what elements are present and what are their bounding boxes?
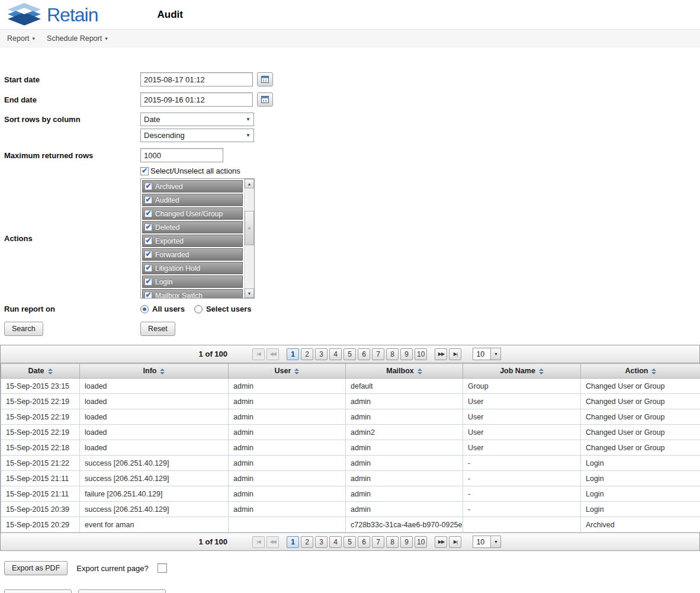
page-size-select[interactable]: 10 ▼ xyxy=(473,536,501,548)
cell-job-name: User xyxy=(463,440,581,456)
page-button-4[interactable]: 4 xyxy=(329,536,342,548)
fast-rewind-button[interactable]: ◀◀ xyxy=(266,348,279,360)
export-row: Export as PDF Export current page? xyxy=(4,561,700,575)
page-button-3[interactable]: 3 xyxy=(315,536,327,548)
cell-info: event for aman xyxy=(80,517,229,533)
cell-mailbox: c728b33c-31ca-4ae6-b970-0925e xyxy=(346,517,463,533)
select-all-actions-checkbox[interactable]: ✔ xyxy=(140,167,149,175)
page-button-1[interactable]: 1 xyxy=(287,348,299,360)
sort-up-icon xyxy=(418,368,422,371)
start-date-calendar-button[interactable] xyxy=(257,72,273,86)
last-page-button[interactable]: ▶| xyxy=(449,348,461,360)
action-item-label: Forwarded xyxy=(155,251,189,259)
menu-schedule-report-label: Schedule Report xyxy=(47,34,102,43)
pager-status: 1 of 100 xyxy=(199,350,227,358)
checkmark-icon: ✔ xyxy=(145,210,151,217)
column-header-mailbox[interactable]: Mailbox xyxy=(346,364,463,379)
page-button-5[interactable]: 5 xyxy=(343,348,356,360)
action-item-litigation-hold[interactable]: ✔Litigation Hold xyxy=(142,262,243,274)
scrollbar-track[interactable] xyxy=(245,188,254,289)
cell-info: loaded xyxy=(80,440,229,456)
select-all-actions-label: Select/Unselect all actions xyxy=(150,166,240,175)
page-button-9[interactable]: 9 xyxy=(400,348,413,360)
cell-user xyxy=(229,517,346,533)
cell-mailbox: admin xyxy=(346,502,463,517)
checkmark-icon: ✔ xyxy=(142,167,147,174)
logo-text: Retain xyxy=(47,5,98,24)
start-date-input[interactable] xyxy=(140,72,253,86)
action-item-audited[interactable]: ✔Audited xyxy=(142,194,243,206)
fast-rewind-button[interactable]: ◀◀ xyxy=(266,536,279,548)
last-page-button[interactable]: ▶| xyxy=(449,536,461,548)
page-button-6[interactable]: 6 xyxy=(358,536,370,548)
reset-button[interactable]: Reset xyxy=(140,322,175,336)
action-item-login[interactable]: ✔Login xyxy=(142,275,243,288)
table-row: 15-Sep-2015 20:29event for amanc728b33c-… xyxy=(1,517,700,533)
sort-direction-select[interactable]: Descending ▼ xyxy=(140,129,254,142)
table-header-row: DateInfoUserMailboxJob NameAction xyxy=(1,364,700,379)
scroll-up-button[interactable]: ▲ xyxy=(245,179,254,188)
audit-report-form: Start date End date Sort rows by column … xyxy=(0,47,700,336)
page-button-3[interactable]: 3 xyxy=(315,348,327,360)
end-date-input[interactable] xyxy=(140,92,253,107)
column-header-info[interactable]: Info xyxy=(80,364,229,379)
caret-down-icon: ▾ xyxy=(33,36,36,41)
schedule-email-report-button[interactable]: Schedule email report xyxy=(78,589,166,593)
menu-schedule-report[interactable]: Schedule Report ▾ xyxy=(47,34,108,43)
page-button-4[interactable]: 4 xyxy=(329,348,342,360)
first-page-button[interactable]: |◀ xyxy=(252,348,265,360)
page-button-5[interactable]: 5 xyxy=(343,536,356,548)
fast-forward-button[interactable]: ▶▶ xyxy=(435,348,447,360)
search-button[interactable]: Search xyxy=(4,322,43,336)
cell-date: 15-Sep-2015 22:19 xyxy=(1,409,80,425)
action-item-deleted[interactable]: ✔Deleted xyxy=(142,221,243,233)
max-rows-row: Maximum returned rows xyxy=(4,148,700,162)
page-button-8[interactable]: 8 xyxy=(386,536,399,548)
end-date-label: End date xyxy=(4,95,140,104)
action-item-exported[interactable]: ✔Exported xyxy=(142,235,243,247)
page-button-6[interactable]: 6 xyxy=(358,348,370,360)
export-current-page-checkbox[interactable] xyxy=(158,563,167,573)
column-header-label: Date xyxy=(28,367,44,375)
menu-report[interactable]: Report ▾ xyxy=(7,34,35,43)
cell-job-name: - xyxy=(463,471,581,486)
page-button-10[interactable]: 10 xyxy=(415,348,427,360)
sort-column-select[interactable]: Date ▼ xyxy=(140,113,254,126)
sort-down-icon xyxy=(651,372,656,374)
end-date-calendar-button[interactable] xyxy=(257,92,273,107)
column-header-job-name[interactable]: Job Name xyxy=(463,364,581,379)
action-item-changed-user-group[interactable]: ✔Changed User/Group xyxy=(142,207,243,220)
sort-icon xyxy=(418,368,422,374)
column-header-action[interactable]: Action xyxy=(581,364,700,379)
action-item-forwarded[interactable]: ✔Forwarded xyxy=(142,248,243,261)
action-item-archived[interactable]: ✔Archived xyxy=(142,180,243,193)
page-button-9[interactable]: 9 xyxy=(400,536,413,548)
all-users-radio[interactable] xyxy=(140,305,149,313)
sort-down-icon xyxy=(294,372,299,374)
column-header-user[interactable]: User xyxy=(229,364,346,379)
scrollbar-thumb[interactable] xyxy=(245,211,254,245)
generate-report-button[interactable]: Generate report xyxy=(4,589,72,593)
page-button-7[interactable]: 7 xyxy=(372,348,384,360)
select-users-radio[interactable] xyxy=(194,305,203,313)
first-page-button[interactable]: |◀ xyxy=(252,536,265,548)
fast-forward-button[interactable]: ▶▶ xyxy=(435,536,447,548)
page-button-8[interactable]: 8 xyxy=(386,348,399,360)
page-button-7[interactable]: 7 xyxy=(372,536,384,548)
audit-table-body: 15-Sep-2015 23:15loadedadmindefaultGroup… xyxy=(1,379,700,533)
page-size-select[interactable]: 10 ▼ xyxy=(473,348,501,360)
page-button-1[interactable]: 1 xyxy=(287,536,299,548)
caret-down-icon: ▾ xyxy=(105,36,108,41)
export-pdf-button[interactable]: Export as PDF xyxy=(4,561,68,575)
start-date-row: Start date xyxy=(4,72,700,86)
cell-info: success [206.251.40.129] xyxy=(80,502,229,517)
scroll-down-button[interactable]: ▼ xyxy=(245,289,254,298)
page-button-2[interactable]: 2 xyxy=(301,536,313,548)
dropdown-arrow-icon: ▼ xyxy=(490,348,500,360)
max-rows-input[interactable] xyxy=(140,148,223,162)
max-rows-label: Maximum returned rows xyxy=(4,151,140,160)
page-button-10[interactable]: 10 xyxy=(415,536,427,548)
column-header-date[interactable]: Date xyxy=(1,364,80,379)
action-item-mailbox-switch[interactable]: ✔Mailbox Switch xyxy=(142,289,243,298)
page-button-2[interactable]: 2 xyxy=(301,348,313,360)
